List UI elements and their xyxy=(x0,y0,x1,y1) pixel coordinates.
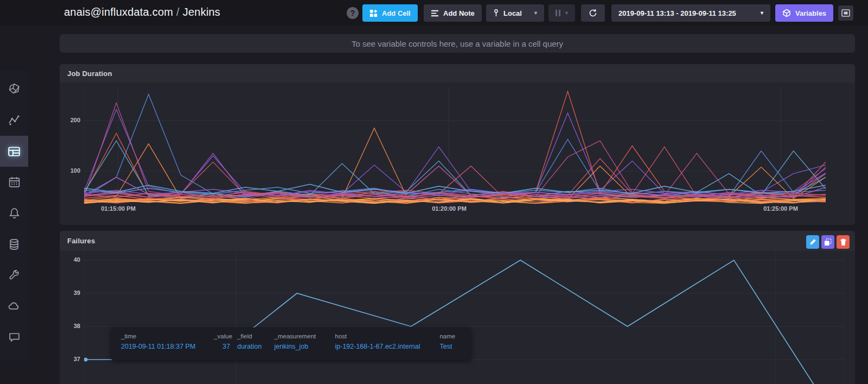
breadcrumb-dashboard-name: Jenkins xyxy=(183,6,220,18)
add-note-button[interactable]: Add Note xyxy=(424,4,482,22)
tooltip-column-value: 2019-09-11 01:18:37 PM xyxy=(121,343,207,350)
help-button[interactable]: ? xyxy=(347,7,359,19)
sidebar-item-feedback[interactable] xyxy=(0,322,28,352)
tooltip-column-value: jenkins_job xyxy=(275,343,328,350)
cube-icon xyxy=(782,9,791,17)
presentation-mode-icon xyxy=(841,9,850,17)
job-duration-plot[interactable] xyxy=(84,87,826,204)
tooltip-column: _value 37 xyxy=(214,333,230,355)
time-range-label: 2019-09-11 13:13 - 2019-09-11 13:25 xyxy=(618,9,736,17)
influxdb-dashboard-screen: anais@influxdata.com/Jenkins ? Add Cell … xyxy=(0,0,868,384)
series-line xyxy=(84,103,826,199)
refresh-icon xyxy=(589,9,597,17)
tooltip-column-label: _value xyxy=(214,333,230,339)
sidebar-item-alerts[interactable] xyxy=(0,198,28,229)
y-axis-tick-label: 40 xyxy=(60,256,80,263)
hover-tooltip: _time 2019-09-11 01:18:37 PM _value 37 _… xyxy=(111,328,471,360)
y-axis-tick-label: 200 xyxy=(60,117,80,123)
sidebar-item-dashboards[interactable] xyxy=(0,136,28,167)
tooltip-column-label: _field xyxy=(237,333,267,339)
duplicate-cell-button[interactable] xyxy=(821,235,834,249)
sidebar-item-cloud[interactable] xyxy=(0,291,28,322)
cloud-icon xyxy=(8,300,21,313)
influxdb-logo-icon xyxy=(8,83,21,96)
cell-job-duration: Job Duration 100200 01:15:00 PM01:20:00 … xyxy=(60,64,855,225)
variables-notice-text: To see variable controls here, use a var… xyxy=(352,39,563,48)
pencil-icon xyxy=(809,238,816,245)
series-line xyxy=(84,260,840,384)
calendar-icon xyxy=(8,176,21,188)
failures-plot[interactable] xyxy=(84,250,844,384)
x-axis-tick-label: 01:20:00 PM xyxy=(432,205,467,212)
breadcrumb[interactable]: anais@influxdata.com/Jenkins xyxy=(64,6,220,18)
timezone-pin-icon xyxy=(493,9,499,17)
cell-failures-header[interactable]: Failures xyxy=(60,231,855,251)
x-axis-tick-label: 01:15:00 PM xyxy=(101,205,136,212)
cell-job-duration-header[interactable]: Job Duration xyxy=(60,64,855,83)
sidebar-item-load-data[interactable] xyxy=(0,229,28,260)
tooltip-column-value: Test xyxy=(439,343,461,350)
sidebar-item-data-explorer[interactable] xyxy=(0,105,28,136)
sidebar-item-tasks[interactable] xyxy=(0,167,28,198)
left-nav-sidebar xyxy=(0,71,28,360)
timezone-dropdown[interactable]: Local ▾ xyxy=(486,4,544,22)
edit-cell-button[interactable] xyxy=(806,235,819,249)
cell-title: Job Duration xyxy=(67,70,112,78)
variables-button[interactable]: Variables xyxy=(775,4,833,22)
tooltip-column-value: duration xyxy=(237,343,267,350)
tooltip-column: _time 2019-09-11 01:18:37 PM xyxy=(121,333,207,355)
chevron-down-icon: ▾ xyxy=(565,10,568,16)
question-icon: ? xyxy=(350,9,355,17)
breadcrumb-separator: / xyxy=(173,6,183,18)
time-range-dropdown[interactable]: 2019-09-11 13:13 - 2019-09-11 13:25 ▾ xyxy=(611,4,770,22)
chat-bubble-icon xyxy=(8,331,21,343)
graph-line-icon xyxy=(8,114,21,127)
y-axis-tick-label: 38 xyxy=(60,323,80,329)
tooltip-column: _measurement jenkins_job xyxy=(275,333,328,355)
sidebar-item-influxdb-logo[interactable] xyxy=(0,74,28,105)
database-icon xyxy=(8,238,20,250)
y-axis-tick-label: 37 xyxy=(60,356,80,362)
add-cell-label: Add Cell xyxy=(382,9,411,17)
pause-icon xyxy=(556,10,557,16)
tooltip-column-label: _time xyxy=(121,333,207,339)
note-lines-icon xyxy=(431,10,439,17)
trash-icon xyxy=(840,238,847,246)
cell-action-buttons xyxy=(806,235,850,249)
variables-label: Variables xyxy=(795,9,826,17)
delete-cell-button[interactable] xyxy=(837,235,850,249)
tooltip-column-label: _measurement xyxy=(275,333,328,339)
breadcrumb-user: anais@influxdata.com xyxy=(64,6,173,18)
tooltip-column-value: 37 xyxy=(214,343,230,350)
top-nav-bar: anais@influxdata.com/Jenkins ? Add Cell … xyxy=(0,0,868,26)
cell-failures: Failures 40393837 xyxy=(60,231,855,384)
add-note-label: Add Note xyxy=(443,9,475,17)
sidebar-item-settings[interactable] xyxy=(0,260,28,291)
tooltip-column-label: name xyxy=(439,333,461,339)
tooltip-column: _field duration xyxy=(237,333,267,355)
y-axis-tick-label: 100 xyxy=(60,167,80,174)
duplicate-icon xyxy=(824,238,832,246)
tooltip-column: name Test xyxy=(439,333,461,355)
y-axis-tick-label: 39 xyxy=(60,289,80,296)
tooltip-column: host ip-192-168-1-67.ec2.internal xyxy=(335,333,432,355)
chevron-down-icon: ▾ xyxy=(761,10,763,16)
cell-title: Failures xyxy=(67,237,95,245)
hover-point-marker xyxy=(84,358,88,362)
series-line xyxy=(84,128,826,200)
wrench-icon xyxy=(8,269,20,281)
variables-notice-bar: To see variable controls here, use a var… xyxy=(60,34,855,53)
manual-refresh-button[interactable] xyxy=(581,4,605,22)
add-cell-button[interactable]: Add Cell xyxy=(362,4,418,22)
add-cell-grid-icon xyxy=(369,9,378,17)
bell-icon xyxy=(8,207,21,219)
chevron-down-icon: ▾ xyxy=(534,10,537,16)
timezone-label: Local xyxy=(503,9,522,17)
tooltip-column-label: host xyxy=(335,333,432,339)
dashboards-icon xyxy=(8,145,21,158)
series-line xyxy=(84,91,826,197)
tooltip-column-value: ip-192-168-1-67.ec2.internal xyxy=(335,343,432,350)
series-line xyxy=(84,147,826,197)
presentation-mode-button[interactable] xyxy=(838,5,853,21)
pause-refresh-dropdown[interactable]: ▾ xyxy=(548,4,575,22)
